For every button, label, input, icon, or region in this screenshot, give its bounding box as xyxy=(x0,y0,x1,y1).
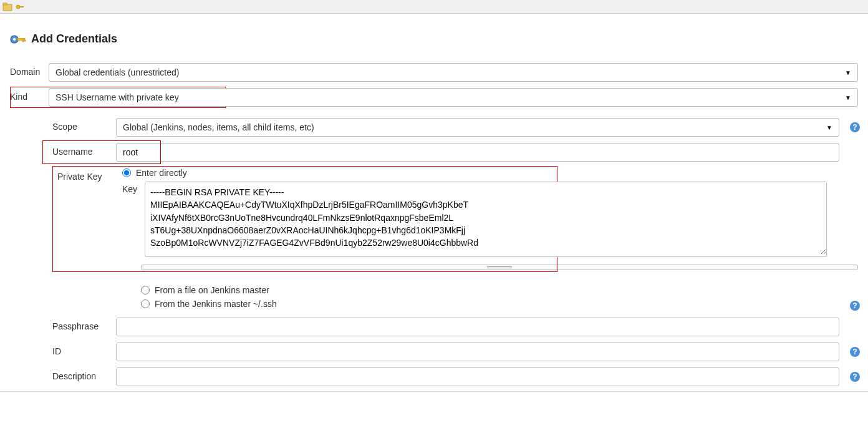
svg-rect-7 xyxy=(22,40,24,42)
key-sub-row: Key xyxy=(122,182,827,257)
svg-rect-3 xyxy=(19,6,24,7)
resize-grip[interactable] xyxy=(141,265,858,270)
help-icon[interactable]: ? xyxy=(849,300,861,311)
help-icon[interactable]: ? xyxy=(849,371,861,382)
radio-enter-directly-row: Enter directly xyxy=(122,168,827,178)
key-textarea[interactable] xyxy=(145,182,826,255)
folder-icon xyxy=(2,2,12,12)
bottom-divider xyxy=(0,391,868,392)
radio-group-bottom: From a file on Jenkins master From the J… xyxy=(141,285,839,309)
key-icon xyxy=(10,34,26,45)
radio-from-ssh-label: From the Jenkins master ~/.ssh xyxy=(155,299,277,309)
toolbar xyxy=(0,0,868,14)
chevron-down-icon: ▼ xyxy=(826,124,832,131)
svg-text:?: ? xyxy=(852,372,857,381)
id-row: ID ? xyxy=(10,343,858,361)
key-textarea-wrap xyxy=(145,182,827,257)
kind-select[interactable]: SSH Username with private key ▼ xyxy=(49,88,858,107)
radio-enter-directly[interactable] xyxy=(122,168,131,177)
scope-row: Scope Global (Jenkins, nodes, items, all… xyxy=(10,118,858,137)
key-icon-small xyxy=(15,2,25,12)
svg-text:?: ? xyxy=(852,348,857,356)
id-input[interactable] xyxy=(116,343,839,361)
private-key-other-options: From a file on Jenkins master From the J… xyxy=(10,285,858,309)
radio-enter-directly-label: Enter directly xyxy=(136,168,187,178)
passphrase-row: Passphrase xyxy=(10,318,858,336)
scope-select[interactable]: Global (Jenkins, nodes, items, all child… xyxy=(116,118,839,137)
username-label: Username xyxy=(10,143,116,157)
svg-rect-1 xyxy=(3,3,7,5)
id-label: ID xyxy=(10,343,116,356)
private-key-label: Private Key xyxy=(10,168,122,182)
svg-text:?: ? xyxy=(852,301,857,310)
chevron-down-icon: ▼ xyxy=(845,69,851,76)
domain-select-value: Global credentials (unrestricted) xyxy=(55,67,845,77)
domain-label: Domain xyxy=(10,63,49,77)
description-label: Description xyxy=(10,367,116,381)
page-title: Add Credentials xyxy=(31,32,117,46)
domain-select[interactable]: Global credentials (unrestricted) ▼ xyxy=(49,63,858,82)
username-row: Username xyxy=(10,143,858,162)
svg-rect-8 xyxy=(24,40,26,41)
page-heading-row: Add Credentials xyxy=(10,32,858,46)
help-icon[interactable]: ? xyxy=(849,122,861,133)
description-row: Description ? xyxy=(10,367,858,386)
radio-from-file[interactable] xyxy=(141,286,150,294)
scope-select-value: Global (Jenkins, nodes, items, all child… xyxy=(123,122,826,132)
kind-select-value: SSH Username with private key xyxy=(55,92,845,102)
description-input[interactable] xyxy=(116,367,839,386)
kind-label: Kind xyxy=(10,88,49,102)
svg-text:?: ? xyxy=(852,123,857,132)
scope-label: Scope xyxy=(10,118,116,132)
passphrase-input[interactable] xyxy=(116,318,839,336)
key-label: Key xyxy=(122,182,145,194)
private-key-row: Private Key Enter directly Key xyxy=(10,168,858,262)
svg-point-5 xyxy=(13,37,16,40)
help-icon[interactable]: ? xyxy=(849,346,861,358)
username-input[interactable] xyxy=(116,143,839,162)
private-key-container: Enter directly Key xyxy=(122,168,858,262)
radio-from-ssh-row: From the Jenkins master ~/.ssh xyxy=(141,299,839,309)
radio-from-ssh[interactable] xyxy=(141,299,150,308)
radio-from-file-row: From a file on Jenkins master xyxy=(141,285,839,295)
domain-row: Domain Global credentials (unrestricted)… xyxy=(10,63,858,82)
passphrase-label: Passphrase xyxy=(10,318,116,331)
content-area: Add Credentials Domain Global credential… xyxy=(0,14,868,386)
chevron-down-icon: ▼ xyxy=(845,94,851,101)
kind-row: Kind SSH Username with private key ▼ xyxy=(10,88,858,107)
radio-from-file-label: From a file on Jenkins master xyxy=(155,285,269,295)
